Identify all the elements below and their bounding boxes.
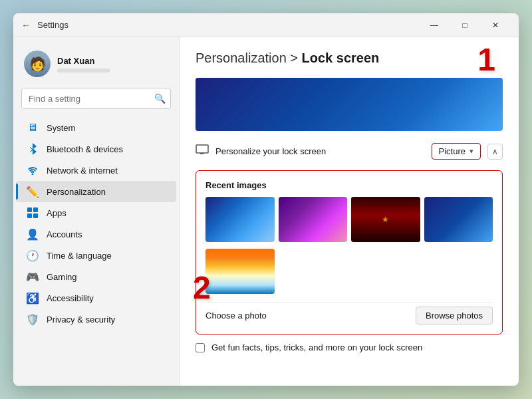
window-controls: — □ ✕	[419, 13, 511, 37]
sidebar-item-gaming[interactable]: 🎮 Gaming	[16, 266, 176, 287]
gaming-icon: 🎮	[27, 271, 39, 283]
user-profile[interactable]: 🧑 Dat Xuan	[13, 45, 179, 85]
page-header: Personalization > Lock screen	[180, 37, 519, 72]
sidebar-item-personalization[interactable]: ✏️ Personalization	[16, 181, 176, 202]
sidebar: 🧑 Dat Xuan 🔍 🖥 System	[13, 37, 180, 386]
sidebar-label-bluetooth: Bluetooth & devices	[47, 144, 123, 154]
svg-rect-1	[27, 207, 32, 212]
search-input[interactable]	[21, 88, 171, 109]
recent-images-section: Recent images	[196, 170, 503, 334]
browse-photos-button[interactable]: Browse photos	[416, 307, 493, 325]
sidebar-label-time: Time & language	[47, 251, 112, 261]
maximize-button[interactable]: □	[450, 13, 480, 37]
choose-photo-label: Choose a photo	[205, 311, 267, 321]
svg-rect-2	[33, 207, 38, 212]
privacy-icon: 🛡️	[27, 313, 39, 325]
sidebar-label-privacy: Privacy & security	[47, 315, 115, 325]
monitor-icon	[196, 144, 209, 158]
search-box: 🔍	[21, 88, 171, 109]
sidebar-item-accessibility[interactable]: ♿ Accessibility	[16, 287, 176, 309]
images-row-1	[205, 197, 493, 242]
sidebar-item-accounts[interactable]: 👤 Accounts	[16, 223, 176, 245]
sidebar-item-apps[interactable]: Apps	[16, 202, 176, 223]
back-button[interactable]: ←	[21, 20, 31, 31]
sidebar-label-personalization: Personalization	[47, 187, 106, 197]
close-button[interactable]: ✕	[480, 13, 511, 37]
accounts-icon: 👤	[27, 228, 39, 240]
choose-photo-row: Choose a photo Browse photos	[205, 302, 493, 325]
accessibility-icon: ♿	[27, 292, 39, 304]
user-name: Dat Xuan	[57, 56, 110, 66]
thumbnail-3[interactable]	[351, 197, 420, 242]
thumbnail-1[interactable]	[205, 197, 275, 242]
chevron-down-icon: ▾	[469, 147, 473, 156]
sidebar-label-system: System	[47, 123, 75, 133]
breadcrumb-separator: >	[290, 51, 301, 65]
bluetooth-icon	[27, 143, 39, 155]
sidebar-item-bluetooth[interactable]: Bluetooth & devices	[16, 138, 176, 160]
content-area: 🧑 Dat Xuan 🔍 🖥 System	[13, 37, 519, 386]
window-title: Settings	[37, 20, 68, 30]
dropdown-value: Picture	[439, 146, 466, 156]
svg-point-0	[32, 174, 34, 176]
personalize-label: Personalize your lock screen	[215, 146, 425, 156]
sidebar-item-time[interactable]: 🕐 Time & language	[16, 245, 176, 266]
sidebar-label-accessibility: Accessibility	[47, 293, 94, 303]
sidebar-item-system[interactable]: 🖥 System	[16, 117, 176, 138]
apps-icon	[27, 207, 39, 219]
fun-facts-label: Get fun facts, tips, tricks, and more on…	[211, 342, 422, 352]
settings-window: ← Settings — □ ✕ 🧑 Dat Xuan	[13, 13, 519, 386]
sidebar-item-network[interactable]: Network & internet	[16, 160, 176, 181]
time-icon: 🕐	[27, 249, 39, 261]
personalization-icon: ✏️	[27, 186, 39, 198]
thumbnail-4[interactable]	[424, 197, 493, 242]
svg-rect-5	[196, 145, 208, 153]
thumbnail-5[interactable]	[205, 249, 275, 294]
breadcrumb-current: Lock screen	[302, 51, 380, 65]
avatar: 🧑	[24, 51, 51, 77]
sidebar-item-privacy[interactable]: 🛡️ Privacy & security	[16, 309, 176, 330]
fun-facts-checkbox[interactable]	[196, 343, 205, 352]
lock-screen-preview	[196, 78, 503, 131]
lock-screen-type-section: Personalize your lock screen Picture ▾ ∧…	[180, 139, 519, 334]
recent-images-title: Recent images	[205, 180, 493, 190]
network-icon	[27, 164, 39, 176]
minimize-button[interactable]: —	[419, 13, 450, 37]
thumbnail-3-content	[351, 197, 420, 242]
system-icon: 🖥	[27, 122, 39, 134]
titlebar: ← Settings — □ ✕	[13, 13, 519, 37]
fun-facts-row: Get fun facts, tips, tricks, and more on…	[180, 334, 519, 360]
thumbnail-2[interactable]	[279, 197, 348, 242]
images-row-2	[205, 249, 493, 294]
sidebar-label-accounts: Accounts	[47, 229, 82, 239]
search-icon: 🔍	[154, 93, 166, 104]
svg-rect-4	[33, 213, 38, 218]
svg-rect-3	[27, 213, 32, 218]
sidebar-label-gaming: Gaming	[47, 272, 77, 282]
sidebar-label-apps: Apps	[47, 208, 66, 218]
personalize-row: Personalize your lock screen Picture ▾ ∧	[196, 139, 503, 164]
main-content: Personalization > Lock screen Personaliz…	[180, 37, 519, 386]
expand-button[interactable]: ∧	[487, 144, 503, 160]
user-subtitle	[57, 68, 110, 72]
picture-dropdown[interactable]: Picture ▾	[432, 143, 481, 160]
breadcrumb: Personalization > Lock screen	[196, 51, 503, 66]
sidebar-label-network: Network & internet	[47, 166, 118, 176]
breadcrumb-parent: Personalization	[196, 51, 287, 65]
avatar-image: 🧑	[24, 51, 51, 77]
